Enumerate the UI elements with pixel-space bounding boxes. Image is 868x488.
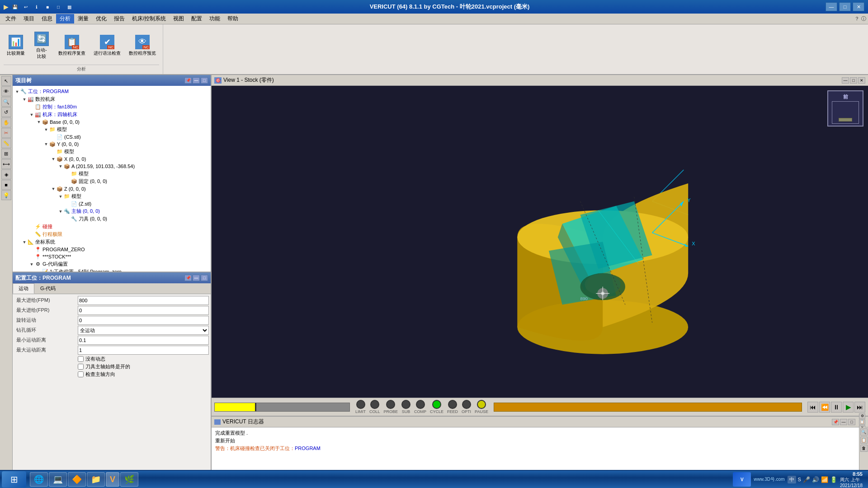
toolbar-align-btn[interactable]: ⊞ [1, 149, 11, 159]
toolbar-pan-btn[interactable]: ✋ [1, 117, 11, 127]
toolbar-solid-btn[interactable]: ■ [1, 180, 11, 190]
tree-item-model2[interactable]: ▶ 📁 模型 [14, 148, 209, 155]
tree-toggle-x[interactable]: ▼ [51, 156, 56, 162]
menu-file[interactable]: 文件 [2, 14, 20, 23]
log-tool-3[interactable]: 🗑 [860, 445, 868, 452]
limit-indicator[interactable] [356, 400, 365, 409]
tree-item-prog-zero[interactable]: ▶ 📍 PROGRAM_ZERO [14, 246, 209, 253]
playback-last-btn[interactable]: ⏭ [854, 402, 865, 413]
lang-icon[interactable]: 中 [788, 476, 796, 483]
close-btn[interactable]: ✕ [853, 2, 864, 11]
prop-rot-value[interactable] [78, 316, 209, 325]
tree-item-stock[interactable]: ▶ 📍 ***STOCK*** [14, 253, 209, 260]
project-tree-maximize-btn[interactable]: □ [201, 77, 208, 84]
spindle-checkbox[interactable] [78, 364, 84, 370]
clock[interactable]: 8:55 周六 上午 2021/12/18 [840, 471, 863, 488]
ribbon-nc-review-btn[interactable]: 📋 NC 数控程序复查 [55, 33, 89, 59]
quick-toolbar1[interactable]: ■ [43, 3, 52, 11]
menu-optimize[interactable]: 优化 [92, 14, 110, 23]
menu-report[interactable]: 报告 [110, 14, 128, 23]
tree-item-model3[interactable]: ▶ 📁 模型 [14, 170, 209, 178]
ribbon-syntax-check-btn[interactable]: ✔ NC 进行语法检查 [90, 33, 124, 59]
view-close-btn[interactable]: ✕ [858, 77, 865, 84]
tree-toggle-a[interactable]: ▼ [58, 164, 63, 169]
menu-analysis[interactable]: 分析 [56, 14, 74, 23]
project-tree-minimize-btn[interactable]: — [193, 77, 200, 84]
taskbar-app1[interactable]: 🔶 [68, 472, 86, 487]
menu-help[interactable]: 帮助 [224, 14, 242, 23]
tree-item-control[interactable]: ▶ 📋 控制：fan180m [14, 103, 209, 111]
menu-config[interactable]: 配置 [188, 14, 206, 23]
log-pin-btn[interactable]: 📌 [832, 419, 839, 425]
log-side-btn1[interactable]: ⚙ [859, 413, 865, 419]
drill-select[interactable]: 全运动 简单 无 [78, 326, 209, 335]
taskbar-explorer[interactable]: 💻 [49, 472, 67, 487]
prop-maxmove-value[interactable] [78, 346, 209, 355]
pause-indicator[interactable] [477, 400, 486, 409]
menu-project[interactable]: 项目 [20, 14, 38, 23]
toolbar-zoom-btn[interactable]: 🔍 [1, 97, 11, 107]
tree-toggle-spindle[interactable]: ▼ [58, 209, 63, 214]
prop-minmove-value[interactable] [78, 336, 209, 345]
tree-view[interactable]: ▼ 🔧 工位：PROGRAM ▼ 🏭 数控机床 ▶ 📋 控制：fan180m [13, 86, 211, 272]
probe-indicator[interactable] [386, 400, 395, 409]
toolbar-select-btn[interactable]: ↖ [1, 76, 11, 86]
ribbon-nc-preview-btn[interactable]: 👁 NC 数控程序预览 [126, 33, 159, 59]
mic-icon[interactable]: 🎤 [803, 476, 810, 483]
config-max-btn[interactable]: □ [201, 275, 208, 281]
cycle-indicator[interactable] [432, 400, 441, 409]
quick-toolbar2[interactable]: □ [54, 3, 63, 11]
minmove-input[interactable] [78, 336, 209, 345]
log-tool-1[interactable]: 🔍 [860, 428, 868, 436]
tree-item-gcode[interactable]: ▼ ⚙ G-代码偏置 [14, 260, 209, 268]
ribbon-auto-compare-btn[interactable]: 🔄 自动-比较 [30, 29, 53, 62]
menu-measure[interactable]: 测量 [74, 14, 92, 23]
tree-toggle-gcode[interactable]: ▼ [29, 262, 34, 267]
tree-item-collision[interactable]: ▶ ⚡ 碰撞 [14, 223, 209, 230]
config-tab-gcode[interactable]: G-代码 [34, 283, 61, 294]
project-tree-pin-btn[interactable]: 📌 [184, 77, 192, 84]
log-side-btn2[interactable]: 📋 [859, 419, 865, 425]
prop-fpr-value[interactable] [78, 306, 209, 315]
tree-item-spindle[interactable]: ▼ 🔩 主轴 (0, 0, 0) [14, 207, 209, 215]
menu-info[interactable]: 信息 [38, 14, 56, 23]
tree-item-a[interactable]: ▼ 📦 A (201.59, 101.033, -368.54) [14, 163, 209, 170]
config-pin-btn[interactable]: 📌 [184, 275, 192, 281]
nodyn-checkbox[interactable] [78, 356, 84, 362]
tree-item-cnc-machine[interactable]: ▼ 🏭 数控机床 [14, 95, 209, 103]
quick-undo-btn[interactable]: ↩ [21, 3, 30, 11]
vericut-logo-tray[interactable]: V [733, 472, 751, 487]
tree-item-base[interactable]: ▼ 📦 Base (0, 0, 0) [14, 118, 209, 126]
tree-item-x[interactable]: ▼ 📦 X (0, 0, 0) [14, 155, 209, 163]
tree-item-machine[interactable]: ▼ 🏭 机床：四轴机床 [14, 111, 209, 118]
rot-input[interactable] [78, 316, 209, 325]
tree-item-z[interactable]: ▼ 📦 Z (0, 0, 0) [14, 185, 209, 192]
tree-item-model1[interactable]: ▼ 📁 模型 [14, 126, 209, 133]
prop-drill-value[interactable]: 全运动 简单 无 [78, 326, 209, 335]
taskbar-ie[interactable]: 🌐 [30, 472, 48, 487]
tree-item-model4[interactable]: ▼ 📁 模型 [14, 192, 209, 200]
tree-item-cs[interactable]: ▶ 📄 (CS.stl) [14, 133, 209, 141]
coll-indicator[interactable] [370, 400, 379, 409]
taskbar-vericut[interactable]: V [106, 472, 119, 487]
log-min-btn[interactable]: — [840, 419, 847, 425]
taskbar-files[interactable]: 📁 [87, 472, 105, 487]
toolbar-light-btn[interactable]: 💡 [1, 190, 11, 200]
tree-toggle[interactable]: ▼ [14, 89, 20, 94]
maxmove-input[interactable] [78, 346, 209, 355]
view-minimize-btn[interactable]: — [842, 77, 849, 84]
toolbar-measure-btn[interactable]: 📏 [1, 138, 11, 148]
fpm-input[interactable] [78, 296, 209, 305]
network-icon[interactable]: 📶 [821, 476, 828, 483]
tree-item-offset[interactable]: ▶ 📝 1:工作偏置 - 54到 Program_zero [14, 268, 209, 272]
tree-toggle-model1[interactable]: ▼ [43, 127, 49, 132]
restore-btn[interactable]: □ [839, 2, 851, 11]
tree-item-tool[interactable]: ▶ 🔧 刀具 (0, 0, 0) [14, 215, 209, 223]
tree-toggle-y[interactable]: ▼ [43, 141, 49, 147]
menu-view[interactable]: 视图 [170, 14, 188, 23]
playback-prev-btn[interactable]: ⏪ [819, 402, 830, 413]
log-max-btn[interactable]: □ [848, 419, 855, 425]
tree-item-coords[interactable]: ▼ 📐 坐标系统 [14, 238, 209, 246]
opti-indicator[interactable] [462, 400, 471, 409]
tree-item-travel[interactable]: ▶ 📏 行程极限 [14, 230, 209, 238]
